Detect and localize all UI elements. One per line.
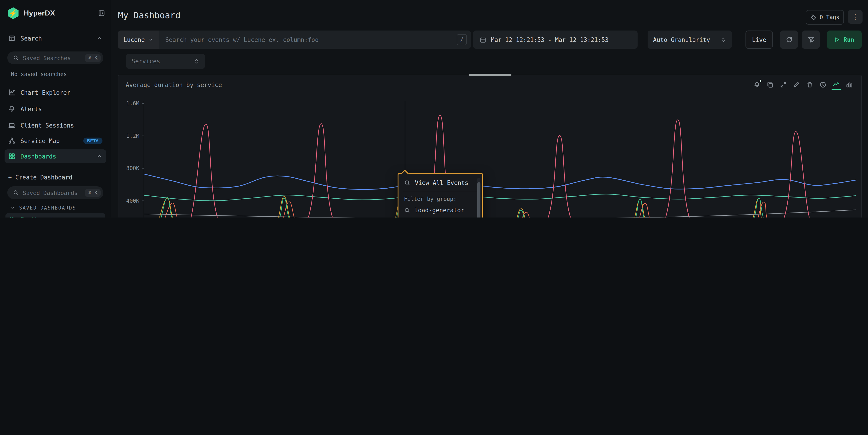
collapse-sidebar-icon[interactable] [98, 9, 105, 17]
svg-text:1.2M: 1.2M [126, 133, 140, 139]
services-placeholder: Services [132, 58, 193, 65]
tags-button[interactable]: 0 Tags [806, 10, 844, 25]
filter-button[interactable] [802, 31, 820, 49]
sidebar-item-label: Client Sessions [21, 122, 102, 129]
saved-searches-input[interactable]: Saved Searches ⌘ K [7, 52, 103, 64]
chevron-up-icon [96, 35, 102, 41]
search-icon [13, 189, 19, 196]
sidebar-item-service-map[interactable]: Service Map BETA [5, 134, 106, 147]
calendar-icon [479, 36, 486, 43]
view-all-events-button[interactable]: View All Events [399, 174, 482, 191]
chart-explorer-icon [8, 89, 16, 96]
my-dashboard-label: My Dashboard [9, 216, 101, 218]
hyperdx-logo-icon: ⚡ [7, 7, 19, 19]
clock-icon [819, 81, 827, 88]
view-all-events-label: View All Events [415, 180, 468, 186]
popup-scrollbar-thumb[interactable] [477, 182, 480, 218]
search-input[interactable] [159, 36, 457, 43]
slash-shortcut-badge: / [457, 34, 467, 45]
select-chevrons-icon [720, 37, 726, 42]
saved-dashboards-input[interactable]: Saved Dashboards ⌘ K [7, 186, 103, 199]
brand-row: ⚡ HyperDX [7, 6, 105, 20]
dashboards-grid-icon [8, 153, 16, 160]
popup-filter-item[interactable]: load-generator [399, 204, 482, 216]
sidebar-item-label: Chart Explorer [21, 89, 102, 96]
saved-searches-placeholder: Saved Searches [23, 55, 82, 61]
sidebar-item-search[interactable]: Search [5, 32, 106, 44]
sidebar-item-client-sessions[interactable]: Client Sessions [5, 119, 106, 132]
panel-actions: + [752, 77, 854, 90]
chevron-up-icon [96, 153, 102, 159]
popup-filter-item[interactable]: frontend-proxy [399, 216, 482, 218]
chart-context-popup: View All Events Filter by group: load-ge… [398, 173, 483, 218]
svg-text:1.6M: 1.6M [126, 100, 140, 106]
time-range-picker[interactable]: Mar 12 12:21:53 - Mar 12 13:21:53 [473, 31, 638, 49]
search-icon [404, 207, 410, 213]
sidebar-item-my-dashboard[interactable]: My Dashboard [5, 213, 105, 218]
live-button[interactable]: Live [745, 31, 773, 49]
run-label: Run [844, 36, 854, 43]
play-icon [835, 37, 840, 42]
popup-scrollbar[interactable] [477, 178, 480, 218]
granularity-select[interactable]: Auto Granularity [648, 31, 732, 49]
line-chart-toggle[interactable] [832, 80, 841, 90]
delete-chart-button[interactable] [805, 80, 814, 89]
create-dashboard-label: + Create Dashboard [8, 174, 102, 181]
dashboard-menu-button[interactable]: ⋮ [848, 10, 863, 24]
chart-panel-average-duration: Average duration by service + 0400K800K1… [118, 75, 862, 218]
line-chart-icon [833, 81, 840, 88]
chevron-down-icon [148, 37, 153, 42]
chart-title: Average duration by service [126, 79, 752, 88]
shortcut-badge: ⌘ K [85, 189, 101, 196]
sidebar-item-label: Search [21, 35, 91, 42]
filter-funnel-icon [807, 36, 814, 43]
search-table-icon [8, 35, 16, 42]
page-title: My Dashboard [118, 10, 181, 20]
toolbar: Lucene / Mar 12 12:21:53 - Mar 12 13:21:… [111, 31, 868, 49]
search-icon [404, 180, 411, 186]
time-override-button[interactable] [818, 80, 828, 89]
copy-icon [767, 81, 774, 88]
sidebar-item-label: Service Map [21, 137, 78, 144]
laptop-icon [8, 122, 16, 129]
sidebar-item-chart-explorer[interactable]: Chart Explorer [5, 86, 106, 99]
popup-filter-list: load-generator frontend-proxy ad recomme… [399, 204, 482, 218]
tags-label: 0 Tags [820, 14, 840, 21]
bar-chart-toggle[interactable] [845, 80, 854, 89]
brand-name: HyperDX [24, 9, 93, 17]
expand-icon [780, 81, 787, 88]
time-range-label: Mar 12 12:21:53 - Mar 12 13:21:53 [491, 36, 609, 43]
create-dashboard-button[interactable]: + Create Dashboard [5, 171, 106, 184]
beta-badge: BETA [83, 137, 102, 144]
event-search-bar: Lucene / [118, 31, 471, 49]
shortcut-badge: ⌘ K [85, 54, 101, 62]
chevron-down-icon [10, 205, 16, 211]
refresh-button[interactable] [780, 31, 798, 49]
svg-text:800K: 800K [126, 165, 140, 172]
run-button[interactable]: Run [827, 31, 862, 49]
services-filter-select[interactable]: Services [126, 54, 205, 69]
sidebar-item-alerts[interactable]: Alerts [5, 102, 106, 115]
bar-chart-icon [846, 81, 853, 88]
kebab-icon: ⋮ [852, 13, 859, 21]
sidebar-item-dashboards[interactable]: Dashboards [5, 149, 106, 163]
edit-chart-button[interactable] [792, 80, 801, 89]
panel-header: Average duration by service + [118, 75, 861, 92]
tag-icon [810, 14, 816, 21]
expand-chart-button[interactable] [779, 80, 788, 89]
saved-dashboards-section-header[interactable]: SAVED DASHBOARDS [10, 204, 106, 211]
refresh-icon [785, 36, 793, 43]
bell-icon [8, 105, 16, 113]
average-duration-chart[interactable]: 0400K800K1.2M1.6MMar 12 12:21:00 PM12:30… [118, 92, 862, 218]
query-language-label: Lucene [123, 36, 145, 43]
sidebar-item-label: Dashboards [21, 153, 91, 160]
section-label: SAVED DASHBOARDS [19, 205, 76, 211]
query-language-select[interactable]: Lucene [118, 31, 159, 49]
create-alert-button[interactable]: + [752, 80, 762, 89]
sidebar: ⚡ HyperDX Search Saved Searches ⌘ K No s… [0, 0, 111, 218]
duplicate-chart-button[interactable] [766, 80, 775, 89]
sidebar-item-label: Alerts [21, 105, 102, 112]
app-root: ⚡ HyperDX Search Saved Searches ⌘ K No s… [0, 0, 868, 218]
svg-text:400K: 400K [126, 198, 140, 204]
search-icon [13, 55, 19, 61]
